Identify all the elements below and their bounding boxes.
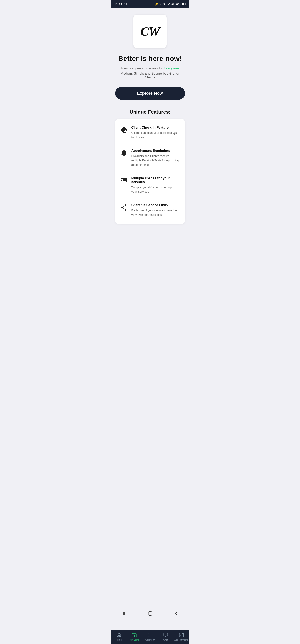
nav-label-mystore: My Store <box>130 638 139 641</box>
nav-item-home[interactable]: Home <box>111 632 127 641</box>
wifi-icon <box>167 3 170 6</box>
svg-rect-16 <box>122 128 123 129</box>
nav-label-calendar: Calendar <box>145 638 155 641</box>
svg-rect-48 <box>124 612 125 616</box>
hero-title: Better is here now! <box>118 54 182 63</box>
feature-reminders-title: Appointment Reminders <box>131 149 180 153</box>
svg-rect-11 <box>174 3 174 5</box>
svg-point-6 <box>168 5 169 5</box>
svg-rect-33 <box>134 635 135 637</box>
svg-rect-7 <box>171 4 171 5</box>
explore-now-button[interactable]: Explore Now <box>115 87 185 100</box>
svg-rect-22 <box>126 130 127 131</box>
store-icon <box>132 632 137 638</box>
main-content: CW Better is here now! Finally superior … <box>111 8 189 257</box>
feature-links-desc: Each one of your services have their ver… <box>131 208 180 217</box>
chat-icon <box>163 632 168 638</box>
feature-images-title: Multiple images for your services <box>131 176 180 184</box>
appointments-icon <box>179 632 184 638</box>
svg-point-27 <box>125 204 126 206</box>
svg-line-31 <box>123 208 125 210</box>
app-logo: CW <box>133 14 167 48</box>
svg-point-1 <box>125 3 125 4</box>
signal-icon <box>171 3 174 6</box>
nav-label-home: Home <box>116 638 122 641</box>
svg-rect-10 <box>173 3 174 5</box>
features-section-title: Unique Features: <box>130 109 170 115</box>
feature-links: Sharable Service Links Each one of your … <box>115 199 185 222</box>
feature-links-content: Sharable Service Links Each one of your … <box>131 203 180 217</box>
hero-subtitle: Finally superior business for Everyone <box>121 66 179 71</box>
svg-rect-41 <box>149 636 149 636</box>
calendar-icon <box>147 632 153 638</box>
feature-checkin-desc: Clients can scan your Business QR to che… <box>131 131 180 140</box>
nav-item-calendar[interactable]: Calendar <box>142 632 158 641</box>
qr-code-icon <box>120 126 128 134</box>
status-bar: 11:27 🔑 <box>111 0 189 8</box>
svg-rect-42 <box>150 636 150 636</box>
svg-point-26 <box>121 178 123 180</box>
bell-icon <box>120 149 128 157</box>
mute-icon <box>159 2 162 6</box>
status-icons: 🔑 <box>155 2 186 6</box>
bottom-nav: Home My Store <box>111 630 189 644</box>
key-icon: 🔑 <box>155 3 158 6</box>
feature-reminders: Appointment Reminders Providers and Clie… <box>115 144 185 172</box>
share-icon <box>120 204 128 211</box>
svg-rect-18 <box>125 128 126 129</box>
features-card: Client Check-in Feature Clients can scan… <box>115 119 185 224</box>
svg-point-5 <box>164 3 165 4</box>
svg-rect-21 <box>124 130 125 131</box>
svg-rect-14 <box>182 3 184 5</box>
feature-images-desc: We give you 4-5 images to display your S… <box>131 185 180 194</box>
svg-point-28 <box>121 207 123 208</box>
status-time: 11:27 <box>114 2 122 6</box>
gallery-icon <box>124 2 127 6</box>
feature-links-title: Sharable Service Links <box>131 203 180 207</box>
nav-label-chat: Chat <box>163 638 168 641</box>
svg-rect-40 <box>151 635 151 636</box>
home-icon <box>116 632 121 638</box>
svg-rect-38 <box>149 635 149 636</box>
nav-item-appointments[interactable]: Appointments <box>174 632 189 641</box>
svg-rect-47 <box>122 612 123 616</box>
svg-rect-9 <box>173 3 173 5</box>
system-nav <box>111 610 189 619</box>
image-icon <box>120 177 128 184</box>
svg-rect-20 <box>122 131 123 132</box>
svg-rect-39 <box>150 635 150 636</box>
svg-point-29 <box>125 209 126 211</box>
svg-rect-8 <box>172 4 172 5</box>
svg-rect-50 <box>148 612 152 616</box>
feature-checkin-content: Client Check-in Feature Clients can scan… <box>131 126 180 140</box>
feature-reminders-content: Appointment Reminders Providers and Clie… <box>131 149 180 167</box>
battery-text: 57% <box>175 3 180 6</box>
feature-checkin-title: Client Check-in Feature <box>131 126 180 130</box>
home-button[interactable] <box>147 610 153 617</box>
feature-checkin: Client Check-in Feature Clients can scan… <box>115 121 185 144</box>
recent-apps-button[interactable] <box>121 610 127 617</box>
feature-reminders-desc: Providers and Clients receive multiple E… <box>131 154 180 167</box>
svg-line-30 <box>123 206 125 207</box>
feature-images: Multiple images for your services We giv… <box>115 172 185 199</box>
subtitle-part1: Finally superior business for <box>121 66 164 70</box>
nav-label-appointments: Appointments <box>174 638 188 641</box>
location-icon <box>163 2 166 6</box>
back-button[interactable] <box>173 610 179 617</box>
battery-icon <box>182 3 186 6</box>
svg-rect-23 <box>124 132 126 133</box>
svg-rect-24 <box>126 132 127 132</box>
svg-rect-13 <box>185 3 186 4</box>
nav-item-mystore[interactable]: My Store <box>127 632 142 641</box>
logo-text: CW <box>140 25 160 38</box>
svg-rect-43 <box>164 633 168 636</box>
nav-item-chat[interactable]: Chat <box>158 632 174 641</box>
feature-images-content: Multiple images for your services We giv… <box>131 176 180 194</box>
hero-subtitle-2: Modern, Simple and Secure booking for Cl… <box>115 72 185 79</box>
svg-rect-49 <box>125 612 126 616</box>
subtitle-accent: Everyone <box>164 66 179 70</box>
